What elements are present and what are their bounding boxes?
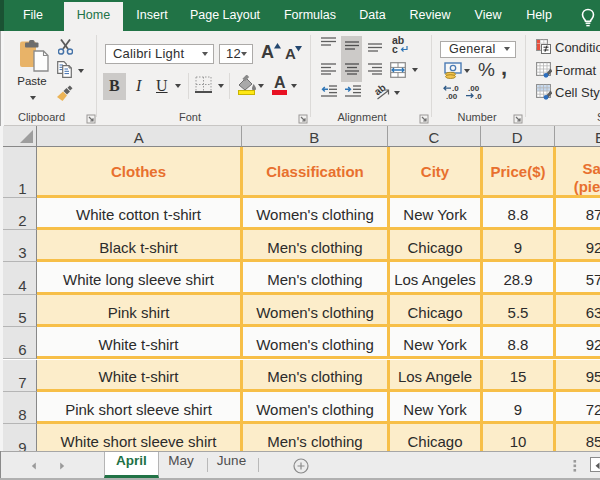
svg-text:.00: .00 — [446, 92, 458, 100]
svg-text:.0: .0 — [475, 92, 482, 100]
